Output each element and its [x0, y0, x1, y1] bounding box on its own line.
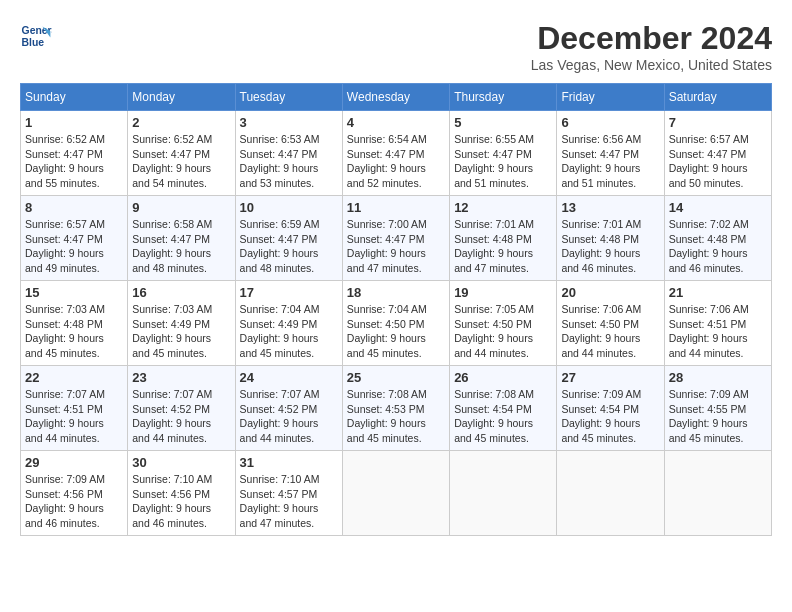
- day-number: 20: [561, 285, 659, 300]
- day-info: Sunrise: 7:04 AMSunset: 4:49 PMDaylight:…: [240, 303, 320, 359]
- calendar-cell: 15 Sunrise: 7:03 AMSunset: 4:48 PMDaylig…: [21, 281, 128, 366]
- calendar-cell: 25 Sunrise: 7:08 AMSunset: 4:53 PMDaylig…: [342, 366, 449, 451]
- day-info: Sunrise: 7:07 AMSunset: 4:51 PMDaylight:…: [25, 388, 105, 444]
- day-number: 30: [132, 455, 230, 470]
- day-info: Sunrise: 7:00 AMSunset: 4:47 PMDaylight:…: [347, 218, 427, 274]
- day-info: Sunrise: 7:03 AMSunset: 4:49 PMDaylight:…: [132, 303, 212, 359]
- weekday-header: Saturday: [664, 84, 771, 111]
- calendar-cell: 10 Sunrise: 6:59 AMSunset: 4:47 PMDaylig…: [235, 196, 342, 281]
- calendar-cell: 3 Sunrise: 6:53 AMSunset: 4:47 PMDayligh…: [235, 111, 342, 196]
- calendar-week-row: 29 Sunrise: 7:09 AMSunset: 4:56 PMDaylig…: [21, 451, 772, 536]
- day-info: Sunrise: 7:09 AMSunset: 4:55 PMDaylight:…: [669, 388, 749, 444]
- day-info: Sunrise: 7:05 AMSunset: 4:50 PMDaylight:…: [454, 303, 534, 359]
- calendar-cell: 24 Sunrise: 7:07 AMSunset: 4:52 PMDaylig…: [235, 366, 342, 451]
- calendar-cell: 30 Sunrise: 7:10 AMSunset: 4:56 PMDaylig…: [128, 451, 235, 536]
- day-number: 5: [454, 115, 552, 130]
- day-number: 11: [347, 200, 445, 215]
- weekday-header: Thursday: [450, 84, 557, 111]
- calendar-cell: 29 Sunrise: 7:09 AMSunset: 4:56 PMDaylig…: [21, 451, 128, 536]
- calendar-cell: 1 Sunrise: 6:52 AMSunset: 4:47 PMDayligh…: [21, 111, 128, 196]
- day-number: 15: [25, 285, 123, 300]
- weekday-header: Friday: [557, 84, 664, 111]
- day-info: Sunrise: 7:10 AMSunset: 4:56 PMDaylight:…: [132, 473, 212, 529]
- day-info: Sunrise: 6:55 AMSunset: 4:47 PMDaylight:…: [454, 133, 534, 189]
- day-info: Sunrise: 7:06 AMSunset: 4:50 PMDaylight:…: [561, 303, 641, 359]
- calendar-cell: [664, 451, 771, 536]
- day-number: 31: [240, 455, 338, 470]
- day-number: 19: [454, 285, 552, 300]
- day-number: 24: [240, 370, 338, 385]
- main-title: December 2024: [531, 20, 772, 57]
- day-info: Sunrise: 7:08 AMSunset: 4:53 PMDaylight:…: [347, 388, 427, 444]
- logo-icon: General Blue: [20, 20, 52, 52]
- day-number: 2: [132, 115, 230, 130]
- calendar-cell: 7 Sunrise: 6:57 AMSunset: 4:47 PMDayligh…: [664, 111, 771, 196]
- logo: General Blue General Blue: [20, 20, 52, 52]
- day-info: Sunrise: 6:59 AMSunset: 4:47 PMDaylight:…: [240, 218, 320, 274]
- day-number: 18: [347, 285, 445, 300]
- day-info: Sunrise: 6:52 AMSunset: 4:47 PMDaylight:…: [25, 133, 105, 189]
- calendar-week-row: 22 Sunrise: 7:07 AMSunset: 4:51 PMDaylig…: [21, 366, 772, 451]
- calendar-cell: 18 Sunrise: 7:04 AMSunset: 4:50 PMDaylig…: [342, 281, 449, 366]
- weekday-header-row: SundayMondayTuesdayWednesdayThursdayFrid…: [21, 84, 772, 111]
- calendar-cell: [557, 451, 664, 536]
- calendar-week-row: 1 Sunrise: 6:52 AMSunset: 4:47 PMDayligh…: [21, 111, 772, 196]
- calendar-cell: 22 Sunrise: 7:07 AMSunset: 4:51 PMDaylig…: [21, 366, 128, 451]
- day-number: 4: [347, 115, 445, 130]
- day-number: 9: [132, 200, 230, 215]
- day-info: Sunrise: 6:52 AMSunset: 4:47 PMDaylight:…: [132, 133, 212, 189]
- day-number: 29: [25, 455, 123, 470]
- calendar-cell: [450, 451, 557, 536]
- calendar-cell: 13 Sunrise: 7:01 AMSunset: 4:48 PMDaylig…: [557, 196, 664, 281]
- day-info: Sunrise: 7:01 AMSunset: 4:48 PMDaylight:…: [454, 218, 534, 274]
- day-number: 14: [669, 200, 767, 215]
- calendar-week-row: 8 Sunrise: 6:57 AMSunset: 4:47 PMDayligh…: [21, 196, 772, 281]
- calendar-cell: 26 Sunrise: 7:08 AMSunset: 4:54 PMDaylig…: [450, 366, 557, 451]
- calendar-cell: 8 Sunrise: 6:57 AMSunset: 4:47 PMDayligh…: [21, 196, 128, 281]
- day-number: 1: [25, 115, 123, 130]
- calendar-cell: 16 Sunrise: 7:03 AMSunset: 4:49 PMDaylig…: [128, 281, 235, 366]
- calendar-cell: 31 Sunrise: 7:10 AMSunset: 4:57 PMDaylig…: [235, 451, 342, 536]
- day-info: Sunrise: 7:08 AMSunset: 4:54 PMDaylight:…: [454, 388, 534, 444]
- day-number: 27: [561, 370, 659, 385]
- day-number: 17: [240, 285, 338, 300]
- day-number: 25: [347, 370, 445, 385]
- day-number: 13: [561, 200, 659, 215]
- day-info: Sunrise: 7:09 AMSunset: 4:54 PMDaylight:…: [561, 388, 641, 444]
- day-number: 21: [669, 285, 767, 300]
- day-info: Sunrise: 7:07 AMSunset: 4:52 PMDaylight:…: [132, 388, 212, 444]
- day-info: Sunrise: 6:57 AMSunset: 4:47 PMDaylight:…: [669, 133, 749, 189]
- calendar-cell: 21 Sunrise: 7:06 AMSunset: 4:51 PMDaylig…: [664, 281, 771, 366]
- day-info: Sunrise: 7:04 AMSunset: 4:50 PMDaylight:…: [347, 303, 427, 359]
- calendar-cell: [342, 451, 449, 536]
- day-number: 6: [561, 115, 659, 130]
- day-number: 28: [669, 370, 767, 385]
- day-info: Sunrise: 7:07 AMSunset: 4:52 PMDaylight:…: [240, 388, 320, 444]
- calendar-week-row: 15 Sunrise: 7:03 AMSunset: 4:48 PMDaylig…: [21, 281, 772, 366]
- calendar-cell: 9 Sunrise: 6:58 AMSunset: 4:47 PMDayligh…: [128, 196, 235, 281]
- weekday-header: Sunday: [21, 84, 128, 111]
- day-info: Sunrise: 7:03 AMSunset: 4:48 PMDaylight:…: [25, 303, 105, 359]
- calendar-cell: 20 Sunrise: 7:06 AMSunset: 4:50 PMDaylig…: [557, 281, 664, 366]
- calendar-cell: 17 Sunrise: 7:04 AMSunset: 4:49 PMDaylig…: [235, 281, 342, 366]
- calendar-cell: 19 Sunrise: 7:05 AMSunset: 4:50 PMDaylig…: [450, 281, 557, 366]
- weekday-header: Monday: [128, 84, 235, 111]
- calendar: SundayMondayTuesdayWednesdayThursdayFrid…: [20, 83, 772, 536]
- weekday-header: Tuesday: [235, 84, 342, 111]
- calendar-cell: 2 Sunrise: 6:52 AMSunset: 4:47 PMDayligh…: [128, 111, 235, 196]
- calendar-cell: 28 Sunrise: 7:09 AMSunset: 4:55 PMDaylig…: [664, 366, 771, 451]
- calendar-cell: 11 Sunrise: 7:00 AMSunset: 4:47 PMDaylig…: [342, 196, 449, 281]
- svg-text:Blue: Blue: [22, 37, 45, 48]
- header: General Blue General Blue December 2024 …: [20, 20, 772, 73]
- day-info: Sunrise: 6:56 AMSunset: 4:47 PMDaylight:…: [561, 133, 641, 189]
- weekday-header: Wednesday: [342, 84, 449, 111]
- calendar-cell: 14 Sunrise: 7:02 AMSunset: 4:48 PMDaylig…: [664, 196, 771, 281]
- day-info: Sunrise: 7:06 AMSunset: 4:51 PMDaylight:…: [669, 303, 749, 359]
- calendar-cell: 6 Sunrise: 6:56 AMSunset: 4:47 PMDayligh…: [557, 111, 664, 196]
- calendar-cell: 4 Sunrise: 6:54 AMSunset: 4:47 PMDayligh…: [342, 111, 449, 196]
- subtitle: Las Vegas, New Mexico, United States: [531, 57, 772, 73]
- day-info: Sunrise: 7:09 AMSunset: 4:56 PMDaylight:…: [25, 473, 105, 529]
- day-number: 10: [240, 200, 338, 215]
- day-info: Sunrise: 7:01 AMSunset: 4:48 PMDaylight:…: [561, 218, 641, 274]
- day-number: 8: [25, 200, 123, 215]
